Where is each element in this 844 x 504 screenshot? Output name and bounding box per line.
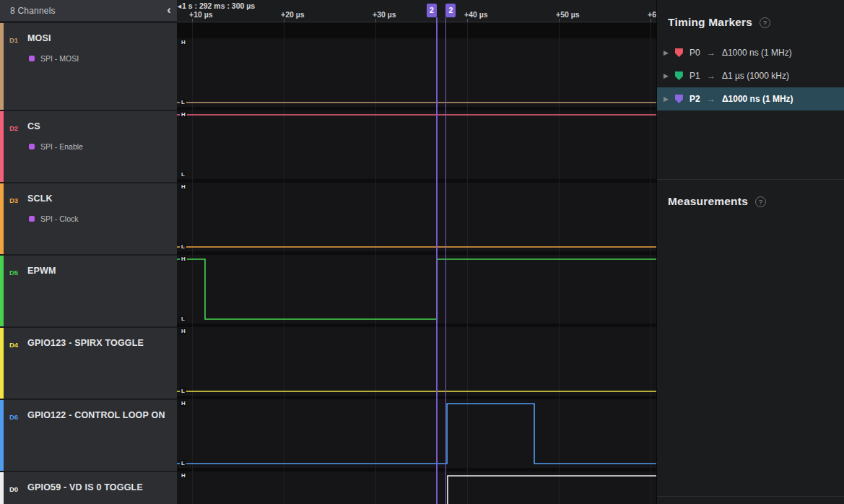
- high-level-label: H: [180, 256, 187, 262]
- arrow-right-icon: →: [707, 94, 715, 104]
- analyzer-tag[interactable]: SPI - Enable: [29, 142, 83, 151]
- analyzer-tag[interactable]: SPI - Clock: [29, 214, 79, 223]
- channel-id: D0: [9, 485, 18, 493]
- sidebar-header: 8 Channels ‹: [0, 0, 177, 22]
- high-level-label: H: [180, 328, 187, 334]
- ruler-tick-label: +30 µs: [373, 10, 396, 19]
- ruler-tick-label: +10 µs: [189, 10, 213, 19]
- timeline-origin-label: ◀1 s : 292 ms : 300 µs: [178, 1, 255, 10]
- channel-name: GPIO123 - SPIRX TOGGLE: [27, 338, 144, 348]
- ruler-tick-mark: [375, 19, 376, 22]
- channel-row-d6[interactable]: D6 GPIO122 - CONTROL LOOP ON: [0, 399, 177, 471]
- low-level-label: L: [180, 460, 186, 466]
- origin-marker-icon: ◀: [178, 4, 181, 9]
- trace-d5: [177, 259, 656, 319]
- ruler-tick-label: +50 µs: [556, 10, 580, 19]
- collapse-sidebar-icon[interactable]: ‹: [167, 3, 171, 17]
- channel-color-strip: [0, 472, 4, 504]
- analyzer-tag[interactable]: SPI - MOSI: [29, 54, 79, 63]
- channel-name: GPIO59 - VD IS 0 TOGGLE: [27, 482, 143, 492]
- high-level-label: H: [180, 111, 187, 118]
- ruler-tick-mark: [284, 19, 284, 22]
- channel-row-d4[interactable]: D4 GPIO123 - SPIRX TOGGLE: [0, 326, 177, 399]
- channel-id: D6: [9, 413, 18, 421]
- channel-id: D1: [9, 36, 18, 44]
- high-level-label: H: [180, 472, 187, 479]
- channel-name: GPIO122 - CONTROL LOOP ON: [27, 410, 165, 420]
- ruler-tick-label: +60 µs: [648, 10, 656, 19]
- channel-color-strip: [0, 111, 4, 182]
- channel-row-d3[interactable]: D3 SCLK SPI - Clock: [0, 182, 177, 254]
- trace-d0: [177, 476, 656, 504]
- ruler-tick-mark: [192, 19, 193, 22]
- channel-id: D5: [9, 269, 18, 277]
- arrow-right-icon: →: [707, 48, 715, 58]
- channel-color-strip: [0, 400, 4, 471]
- marker-pair-name: P0: [689, 48, 703, 58]
- marker-pair-icon: [675, 71, 683, 80]
- marker-pair-icon: [675, 95, 683, 103]
- channel-name: SCLK: [27, 194, 53, 204]
- ruler-tick-label: +20 µs: [281, 10, 305, 19]
- section-divider: [657, 496, 844, 497]
- high-level-label: H: [180, 400, 187, 407]
- channel-name: MOSI: [27, 33, 51, 43]
- low-level-label: L: [180, 316, 186, 322]
- marker-pair-name: P2: [689, 94, 703, 104]
- low-level-label: L: [180, 99, 186, 105]
- timing-marker-row-p2[interactable]: ▶ P2 → Δ1000 ns (1 MHz): [657, 87, 844, 110]
- timing-marker-flag[interactable]: 2: [445, 4, 456, 17]
- channel-color-strip: [0, 183, 4, 254]
- channel-name: EPWM: [27, 266, 56, 276]
- analyzer-dot-icon: [29, 216, 35, 222]
- channel-row-d5[interactable]: D5 EPWM: [0, 254, 177, 326]
- channel-sidebar: 8 Channels ‹ D1 MOSI SPI - MOSI D2 CS SP…: [0, 0, 177, 504]
- channel-row-d2[interactable]: D2 CS SPI - Enable: [0, 110, 177, 182]
- marker-delta-value: Δ1000 ns (1 MHz): [722, 94, 793, 104]
- marker-pair-name: P1: [689, 71, 703, 81]
- high-level-label: H: [180, 39, 187, 45]
- low-level-label: L: [180, 171, 186, 178]
- chevron-right-icon[interactable]: ▶: [664, 49, 669, 56]
- measurements-title: Measurements ?: [668, 195, 766, 208]
- timing-marker-row-p1[interactable]: ▶ P1 → Δ1 µs (1000 kHz): [657, 64, 844, 87]
- waveform-plot[interactable]: HLHLHLHLHLHLH: [177, 22, 656, 504]
- chevron-right-icon[interactable]: ▶: [664, 95, 669, 103]
- waveform-traces: [177, 22, 656, 504]
- ruler-tick-mark: [651, 19, 651, 22]
- chevron-right-icon[interactable]: ▶: [664, 72, 669, 79]
- help-icon[interactable]: ?: [760, 17, 770, 28]
- section-divider: [657, 179, 844, 180]
- help-icon[interactable]: ?: [755, 196, 766, 207]
- low-level-label: L: [180, 388, 186, 394]
- channel-color-strip: [0, 23, 4, 110]
- timeline-ruler[interactable]: ◀1 s : 292 ms : 300 µs +10 µs+20 µs+30 µ…: [177, 0, 656, 22]
- channel-id: D3: [9, 196, 18, 204]
- low-level-label: L: [180, 243, 186, 250]
- arrow-right-icon: →: [707, 71, 715, 81]
- ruler-tick-mark: [467, 19, 468, 22]
- marker-delta-value: Δ1000 ns (1 MHz): [722, 48, 792, 58]
- ruler-tick-label: +40 µs: [464, 10, 488, 19]
- channel-row-d1[interactable]: D1 MOSI SPI - MOSI: [0, 22, 177, 110]
- ruler-tick-mark: [559, 19, 560, 22]
- channel-name: CS: [27, 121, 40, 131]
- channel-id: D4: [9, 341, 18, 349]
- side-panel: Timing Markers ? ▶ P0 → Δ1000 ns (1 MHz)…: [656, 0, 844, 504]
- high-level-label: H: [180, 183, 187, 190]
- channel-color-strip: [0, 328, 4, 399]
- timing-markers-title: Timing Markers ?: [668, 16, 770, 29]
- timing-marker-row-p0[interactable]: ▶ P0 → Δ1000 ns (1 MHz): [657, 41, 844, 64]
- analyzer-dot-icon: [29, 56, 35, 61]
- channel-count-label: 8 Channels: [10, 6, 56, 16]
- marker-delta-value: Δ1 µs (1000 kHz): [722, 71, 789, 81]
- channel-row-d0[interactable]: D0 GPIO59 - VD IS 0 TOGGLE: [0, 471, 177, 504]
- channel-id: D2: [9, 124, 18, 132]
- channel-color-strip: [0, 256, 4, 326]
- marker-pair-icon: [675, 48, 683, 57]
- trace-d6: [177, 404, 656, 464]
- timing-marker-flag[interactable]: 2: [427, 4, 437, 17]
- analyzer-dot-icon: [29, 144, 35, 149]
